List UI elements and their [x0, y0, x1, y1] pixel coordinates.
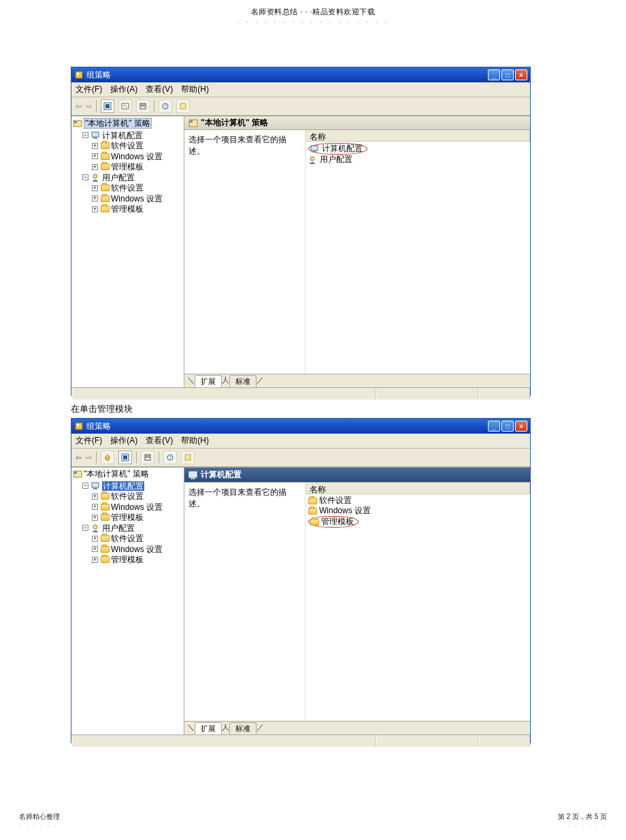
tab-sep: 人 [222, 722, 229, 734]
policy-icon [188, 118, 198, 128]
svg-text:?: ? [164, 103, 167, 110]
tab-standard[interactable]: 标准 [229, 375, 257, 387]
tool-btn-4[interactable]: ? [163, 451, 177, 464]
tree-label: 软件设置 [111, 141, 144, 150]
expand-icon[interactable]: + [92, 557, 98, 563]
svg-text:?: ? [169, 455, 172, 461]
tool-btn-5[interactable] [176, 99, 190, 113]
collapse-icon[interactable]: − [82, 132, 88, 138]
tab-sep: ＼ [187, 375, 195, 387]
tool-btn-5[interactable] [181, 451, 195, 464]
tree-computer-config[interactable]: − 计算机配置 [82, 131, 143, 140]
menu-view[interactable]: 查看(V) [146, 84, 173, 95]
menu-view[interactable]: 查看(V) [146, 435, 173, 447]
pane-header: 计算机配置 [184, 468, 530, 483]
tree-user-config[interactable]: − 用户配置 [82, 173, 135, 182]
collapse-icon[interactable]: − [82, 174, 88, 180]
statusbar [71, 734, 530, 747]
expand-icon[interactable]: + [92, 515, 98, 521]
folder-icon [101, 142, 110, 149]
tool-btn-4[interactable]: ? [159, 99, 172, 113]
tree-item[interactable]: +软件设置 [92, 534, 144, 543]
tree-item[interactable]: +软件设置 [92, 491, 144, 501]
page-header-text: 名师资料总结 · · ·精品资料欢迎下载 [0, 7, 626, 17]
list-item-user-config[interactable]: 用户配置 [308, 155, 530, 165]
expand-icon[interactable]: + [92, 536, 98, 542]
expand-icon[interactable]: + [92, 504, 98, 510]
tree-item[interactable]: +管理模板 [92, 204, 144, 214]
expand-icon[interactable]: + [92, 546, 98, 552]
menu-action[interactable]: 操作(A) [110, 435, 137, 447]
tree-label: 软件设置 [111, 491, 144, 501]
tool-btn-1[interactable] [118, 451, 132, 464]
tool-btn-1[interactable] [101, 99, 114, 113]
minimize-button[interactable]: _ [488, 421, 500, 432]
description-column: 选择一个项目来查看它的描述。 [184, 483, 306, 721]
folder-icon [101, 206, 110, 212]
minimize-button[interactable]: _ [488, 69, 500, 80]
tab-extended[interactable]: 扩展 [195, 722, 222, 734]
maximize-button[interactable]: □ [501, 69, 514, 80]
svg-rect-30 [185, 455, 191, 460]
page-footer: 名师精心整理 · · · · · · 第 2 页，共 5 页 · · · · ·… [0, 812, 626, 829]
close-button[interactable]: × [515, 421, 527, 432]
expand-icon[interactable]: + [92, 195, 98, 201]
tool-btn-3[interactable] [136, 99, 150, 113]
forward-button: ⇨ [86, 453, 92, 462]
tab-extended[interactable]: 扩展 [195, 375, 222, 387]
tool-btn-up[interactable] [101, 451, 114, 464]
column-header-name[interactable]: 名称 [306, 130, 530, 142]
list-item-windows[interactable]: Windows 设置 [308, 506, 530, 516]
svg-rect-14 [93, 138, 97, 139]
tree-panel: "本地计算机" 策略 − 计算机配置 [71, 116, 184, 387]
tool-btn-2[interactable] [118, 99, 132, 113]
tree-root[interactable]: "本地计算机" 策略 [73, 469, 149, 479]
back-button: ⇦ [76, 102, 82, 111]
menu-action[interactable]: 操作(A) [110, 84, 137, 95]
tree-item[interactable]: +Windows 设置 [92, 152, 163, 161]
tab-standard[interactable]: 标准 [229, 722, 257, 734]
list-item-admin-templates[interactable]: 管理模板 [308, 516, 530, 528]
svg-rect-10 [180, 103, 186, 109]
expand-icon[interactable]: + [92, 153, 98, 159]
titlebar[interactable]: 组策略 _ □ × [71, 419, 530, 434]
tree-item[interactable]: +软件设置 [92, 183, 144, 193]
expand-icon[interactable]: + [92, 185, 98, 191]
back-button[interactable]: ⇦ [76, 453, 82, 462]
maximize-button[interactable]: □ [501, 421, 514, 432]
tabs-row: ＼ 扩展 人 标准 ／ [184, 721, 530, 734]
menu-file[interactable]: 文件(F) [76, 435, 102, 447]
collapse-icon[interactable]: − [82, 483, 88, 489]
toolbar-sep [96, 451, 97, 464]
tree-root-label: "本地计算机" 策略 [84, 118, 152, 129]
titlebar[interactable]: 组策略 _ □ × [71, 67, 530, 82]
expand-icon[interactable]: + [92, 494, 98, 500]
close-button[interactable]: × [515, 69, 527, 80]
expand-icon[interactable]: + [92, 164, 98, 170]
tree-item[interactable]: +管理模板 [92, 513, 144, 522]
list-item-software[interactable]: 软件设置 [308, 496, 530, 506]
tree-item[interactable]: +管理模板 [92, 162, 144, 172]
tree-user-config[interactable]: − 用户配置 [82, 523, 135, 533]
menu-file[interactable]: 文件(F) [76, 84, 102, 95]
menu-help[interactable]: 帮助(H) [181, 435, 209, 447]
collapse-icon[interactable]: − [82, 525, 88, 531]
tree-computer-config[interactable]: − 计算机配置 [82, 481, 144, 491]
tree-root[interactable]: "本地计算机" 策略 [73, 118, 152, 129]
tool-btn-3[interactable] [141, 451, 154, 464]
menu-help[interactable]: 帮助(H) [181, 84, 209, 95]
computer-icon [91, 482, 101, 490]
tree-item[interactable]: +Windows 设置 [92, 194, 163, 204]
tree-item[interactable]: +软件设置 [92, 141, 144, 150]
column-header-name[interactable]: 名称 [306, 483, 530, 494]
tree-label: 管理模板 [111, 555, 144, 564]
toolbar-sep [159, 451, 159, 464]
tree-item[interactable]: +Windows 设置 [92, 502, 163, 512]
list-item-computer-config[interactable]: 计算机配置 [308, 143, 530, 155]
folder-icon [308, 498, 317, 504]
expand-icon[interactable]: + [92, 143, 98, 149]
tree-item[interactable]: +管理模板 [92, 555, 144, 564]
svg-rect-3 [105, 104, 110, 108]
tree-item[interactable]: +Windows 设置 [92, 545, 163, 554]
expand-icon[interactable]: + [92, 206, 98, 212]
